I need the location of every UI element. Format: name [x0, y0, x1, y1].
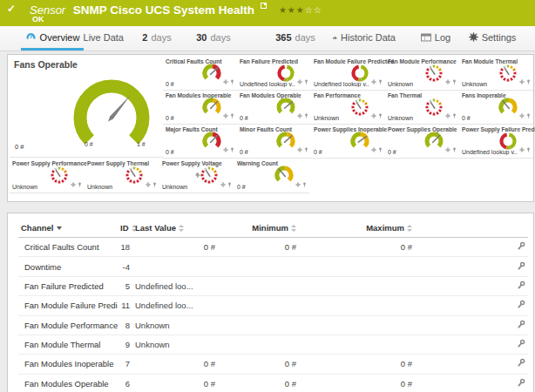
gauge-settings-gear-icon[interactable]: [371, 140, 376, 156]
tab-365-days[interactable]: 365days: [274, 26, 317, 48]
gauge-pin-icon[interactable]: [452, 106, 457, 122]
gauge-settings-gear-icon[interactable]: [295, 175, 301, 191]
gauge-settings-gear-icon[interactable]: [519, 140, 525, 156]
gauge-tile-major-faults-count[interactable]: Major Faults Count0 #: [163, 125, 237, 159]
gauge-pin-icon[interactable]: [378, 140, 383, 156]
channel-name-cell[interactable]: Fan Module Performance: [18, 315, 118, 335]
gauge-tile-power-supply-failure-predicted[interactable]: Power Supply Failure PredictedUndefined …: [459, 125, 533, 159]
gauge-settings-gear-icon[interactable]: [445, 72, 450, 88]
gauge-settings-gear-icon[interactable]: [445, 106, 450, 122]
gauge-pin-icon[interactable]: [152, 175, 157, 191]
column-header-channel[interactable]: Channel: [18, 219, 118, 238]
gauge-settings-gear-icon[interactable]: [220, 175, 226, 191]
gauge-settings-gear-icon[interactable]: [71, 175, 76, 191]
table-row-downtime[interactable]: Downtime-4: [18, 257, 528, 276]
sort-toggle-icon[interactable]: [179, 225, 184, 232]
tab-settings[interactable]: Settings: [467, 26, 518, 48]
channel-actions-cell[interactable]: [415, 276, 528, 295]
gauge-pin-icon[interactable]: [526, 72, 531, 88]
channel-actions-cell[interactable]: [415, 257, 528, 276]
gauge-settings-gear-icon[interactable]: [519, 72, 525, 88]
gauge-pin-icon[interactable]: [452, 140, 457, 156]
gauge-tile-critical-faults-count[interactable]: Critical Faults Count0 #: [163, 57, 237, 91]
channel-settings-icon[interactable]: [517, 261, 525, 271]
channel-settings-icon[interactable]: [517, 358, 525, 368]
channel-settings-icon[interactable]: [517, 378, 525, 388]
star-empty-icon[interactable]: ☆: [314, 5, 322, 15]
sort-toggle-icon[interactable]: [407, 225, 412, 232]
channel-name-cell[interactable]: Fan Module Thermal: [18, 335, 118, 354]
gauge-tile-fan-performance[interactable]: Fan PerformanceUnknown: [311, 91, 385, 125]
gauge-settings-gear-icon[interactable]: [519, 106, 525, 122]
sort-toggle-icon[interactable]: [291, 225, 296, 232]
gauge-settings-gear-icon[interactable]: [297, 140, 302, 156]
gauge-tile-power-supply-voltage[interactable]: Power Supply VoltageUnknown: [159, 159, 234, 193]
gauge-tile-minor-faults-count[interactable]: Minor Faults Count0 #: [237, 125, 311, 159]
gauge-tile-fans-inoperable[interactable]: Fans Inoperable0 #: [459, 91, 533, 125]
channel-name-cell[interactable]: Downtime: [18, 257, 118, 276]
column-header-last-value[interactable]: Last Value: [132, 219, 218, 238]
gauge-tile-power-supplies-inoperable[interactable]: Power Supplies Inoperable0 #: [311, 125, 385, 159]
column-header-minimum[interactable]: Minimum: [218, 219, 299, 238]
star-filled-icon[interactable]: ★: [296, 5, 305, 15]
gauge-settings-gear-icon[interactable]: [223, 72, 228, 88]
gauge-tile-warning-count[interactable]: Warning Count0 #: [234, 159, 309, 193]
column-header-id[interactable]: ID: [118, 219, 132, 238]
channel-actions-cell[interactable]: [415, 335, 528, 354]
gauge-tile-main[interactable]: Fans Operable 0 # 1 # 0 #: [10, 57, 163, 158]
gauge-pin-icon[interactable]: [302, 175, 307, 191]
table-row-critical-faults-count[interactable]: Critical Faults Count180 #0 #0 #: [18, 238, 528, 257]
gauge-settings-gear-icon[interactable]: [371, 72, 376, 88]
gauge-tile-fan-thermal[interactable]: Fan ThermalUnknown: [385, 91, 459, 125]
channel-name-cell[interactable]: Fan Modules Inoperable: [18, 355, 118, 374]
gauge-settings-gear-icon[interactable]: [146, 175, 151, 191]
channel-name-cell[interactable]: Fan Modules Operable: [18, 374, 118, 392]
gauge-pin-icon[interactable]: [526, 140, 531, 156]
channel-actions-cell[interactable]: [415, 315, 528, 335]
table-row-fan-module-thermal[interactable]: Fan Module Thermal9Unknown: [18, 335, 528, 354]
tab-30-days[interactable]: 30days: [195, 26, 232, 48]
channel-name-cell[interactable]: Critical Faults Count: [18, 238, 118, 257]
gauge-pin-icon[interactable]: [230, 140, 234, 156]
gauge-pin-icon[interactable]: [227, 175, 232, 191]
table-row-fan-modules-inoperable[interactable]: Fan Modules Inoperable70 #0 #0 #: [18, 355, 528, 374]
channel-actions-cell[interactable]: [415, 296, 528, 315]
table-row-fan-modules-operable[interactable]: Fan Modules Operable60 #0 #0 #: [18, 374, 528, 392]
gauge-tile-fan-module-thermal[interactable]: Fan Module ThermalUnknown: [459, 57, 533, 91]
gauge-settings-gear-icon[interactable]: [445, 140, 450, 156]
channel-settings-icon[interactable]: [517, 241, 525, 251]
column-header-maximum[interactable]: Maximum: [299, 219, 415, 238]
gauge-pin-icon[interactable]: [304, 106, 308, 122]
star-empty-icon[interactable]: ☆: [305, 5, 314, 15]
gauge-settings-gear-icon[interactable]: [297, 106, 302, 122]
gauge-tile-fan-modules-operable[interactable]: Fan Modules Operable0 #: [237, 91, 311, 125]
tab-2-days[interactable]: 2days: [140, 26, 173, 48]
channel-actions-cell[interactable]: [415, 238, 528, 257]
priority-stars[interactable]: ★★★☆☆: [279, 5, 322, 15]
channel-actions-cell[interactable]: [415, 374, 528, 392]
gauge-settings-gear-icon[interactable]: [223, 106, 228, 122]
gauge-tile-fan-failure-predicted[interactable]: Fan Failure PredictedUndefined lookup v.…: [237, 57, 311, 91]
channel-settings-icon[interactable]: [517, 339, 525, 348]
gauge-pin-icon[interactable]: [452, 72, 457, 88]
gauge-settings-gear-icon[interactable]: [223, 140, 228, 156]
tab-live-data[interactable]: Live Data: [78, 26, 124, 48]
gauge-settings-gear-icon[interactable]: [371, 106, 376, 122]
gauge-pin-icon[interactable]: [526, 106, 531, 122]
gauge-settings-gear-icon[interactable]: [297, 72, 302, 88]
channel-settings-icon[interactable]: [517, 320, 525, 329]
table-row-fan-failure-predicted[interactable]: Fan Failure Predicted5Undefined loo...: [18, 276, 528, 295]
tab-log[interactable]: Log: [416, 26, 455, 48]
gauge-pin-icon[interactable]: [230, 106, 234, 122]
gauge-tile-power-supplies-operable[interactable]: Power Supplies Operable0 #: [385, 125, 459, 159]
channel-settings-icon[interactable]: [517, 300, 525, 309]
gauge-pin-icon[interactable]: [78, 175, 82, 191]
gauge-tile-fan-module-failure-predicted[interactable]: Fan Module Failure PredictedUndefined lo…: [311, 57, 385, 91]
table-row-fan-module-performance[interactable]: Fan Module Performance8Unknown: [18, 315, 528, 335]
gauge-pin-icon[interactable]: [304, 72, 308, 88]
gauge-pin-icon[interactable]: [230, 72, 234, 88]
channel-actions-cell[interactable]: [415, 355, 528, 374]
gauge-tile-power-supply-thermal[interactable]: Power Supply ThermalUnknown: [85, 159, 159, 193]
sort-desc-icon[interactable]: [57, 226, 62, 230]
star-filled-icon[interactable]: ★: [288, 5, 296, 15]
